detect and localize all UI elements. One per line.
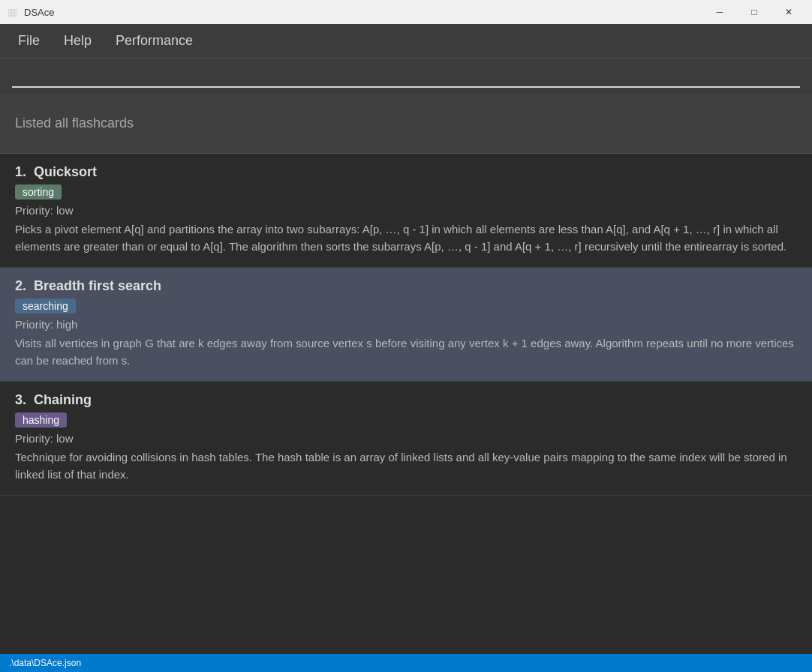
cards-list[interactable]: 1. Quicksort sorting Priority: low Picks… [0,154,812,654]
menu-item-performance[interactable]: Performance [104,27,205,55]
status-banner: Listed all flashcards [0,94,812,154]
app-title: DSAce [24,7,54,18]
menu-item-file[interactable]: File [6,27,52,55]
app-icon: ▦ [6,6,18,18]
card-tag-2: searching [15,298,76,314]
menu-bar: File Help Performance [0,24,812,58]
minimize-button[interactable]: ─ [702,0,737,24]
status-bar: .\data\DSAce.json [0,654,812,672]
title-bar-controls: ─ □ ✕ [702,0,806,24]
card-title-2: 2. Breadth first search [15,278,797,294]
card-item-2[interactable]: 2. Breadth first search searching Priori… [0,268,812,382]
card-priority-1: Priority: low [15,204,797,217]
search-input[interactable] [12,64,800,88]
close-button[interactable]: ✕ [771,0,806,24]
card-title-3: 3. Chaining [15,392,797,408]
card-priority-2: Priority: high [15,318,797,331]
search-bar [0,58,812,94]
card-description-1: Picks a pivot element A[q] and partition… [15,221,797,255]
status-bar-text: .\data\DSAce.json [9,658,81,668]
card-tag-3: hashing [15,412,67,428]
card-number-3: 3. [15,392,34,407]
title-bar: ▦ DSAce ─ □ ✕ [0,0,812,24]
card-priority-3: Priority: low [15,432,797,445]
card-item-1[interactable]: 1. Quicksort sorting Priority: low Picks… [0,154,812,268]
card-description-3: Technique for avoiding collisions in has… [15,449,797,483]
menu-item-help[interactable]: Help [52,27,104,55]
card-title-1: 1. Quicksort [15,164,797,180]
title-bar-left: ▦ DSAce [6,6,54,18]
card-number-2: 2. [15,278,34,293]
maximize-button[interactable]: □ [737,0,771,24]
card-number-1: 1. [15,164,34,179]
status-text: Listed all flashcards [15,116,134,131]
card-item-3[interactable]: 3. Chaining hashing Priority: low Techni… [0,382,812,496]
card-tag-1: sorting [15,184,62,200]
card-description-2: Visits all vertices in graph G that are … [15,335,797,369]
